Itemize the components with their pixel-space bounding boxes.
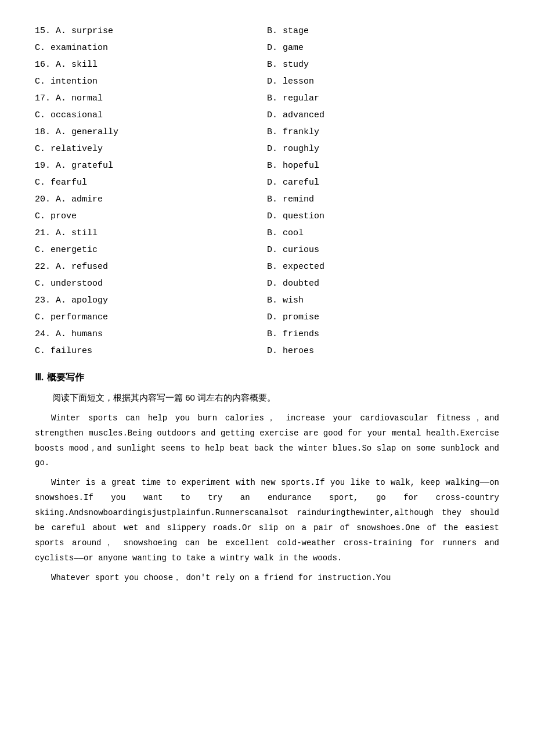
q22-left: 22. A. refused: [35, 259, 267, 275]
q24-optA: A. humans: [56, 329, 103, 339]
q24-optB: B. friends: [267, 329, 319, 339]
q20-right-cd: D. question: [267, 208, 499, 224]
q15-optA: A. surprise: [56, 26, 113, 36]
q23-left: 23. A. apology: [35, 293, 267, 308]
q17-left: 17. A. normal: [35, 91, 267, 106]
q22-optA: A. refused: [56, 262, 108, 272]
q24-left: 24. A. humans: [35, 326, 267, 342]
q18-right-cd: D. roughly: [267, 141, 499, 157]
q24-left-cd: C. failures: [35, 343, 267, 359]
q18-left-cd: C. relatively: [35, 141, 267, 157]
q15-left-cd: C. examination: [35, 40, 267, 56]
q21-right-cd: D. curious: [267, 242, 499, 258]
q21-optA: A. still: [56, 228, 98, 238]
q21-right: B. cool: [267, 225, 499, 241]
q17-optC: C. occasional: [35, 110, 103, 120]
question-row-24-cd: C. failures D. heroes: [35, 343, 499, 359]
q23-optD: D. promise: [267, 312, 319, 322]
section3-title: Ⅲ. 概要写作: [35, 369, 499, 386]
q19-optB: B. hopeful: [267, 161, 319, 171]
q22-optB: B. expected: [267, 262, 324, 272]
q18-optB: B. frankly: [267, 127, 319, 137]
q21-left-cd: C. energetic: [35, 242, 267, 258]
q15-number: 15.: [35, 26, 50, 36]
q15-optC: C. examination: [35, 43, 108, 53]
q17-optD: D. advanced: [267, 110, 324, 120]
q19-left: 19. A. grateful: [35, 158, 267, 174]
q17-right: B. regular: [267, 91, 499, 106]
question-row-23: 23. A. apology B. wish: [35, 293, 499, 308]
q17-optA: A. normal: [56, 93, 103, 103]
q23-optC: C. performance: [35, 312, 108, 322]
q22-optC: C. understood: [35, 279, 103, 289]
q21-optC: C. energetic: [35, 245, 98, 255]
q22-left-cd: C. understood: [35, 276, 267, 291]
question-row-15-cd: C. examination D. game: [35, 40, 499, 56]
q23-right: B. wish: [267, 293, 499, 308]
q23-number: 23.: [35, 296, 50, 305]
q19-optA: A. grateful: [56, 161, 113, 171]
q19-optC: C. fearful: [35, 178, 87, 188]
passage-paragraph-3: Whatever sport you choose， don't rely on…: [35, 571, 499, 586]
question-row-20-cd: C. prove D. question: [35, 208, 499, 224]
section3-instruction: 阅读下面短文，根据其内容写一篇 60 词左右的内容概要。: [52, 390, 499, 405]
section3-title-text: 概要写作: [47, 372, 84, 382]
q21-number: 21.: [35, 228, 50, 238]
q15-optB: B. stage: [267, 26, 309, 36]
q16-left: 16. A. skill: [35, 57, 267, 73]
q18-optD: D. roughly: [267, 144, 319, 154]
q16-number: 16.: [35, 60, 50, 70]
q16-right-cd: D. lesson: [267, 74, 499, 89]
question-row-19-cd: C. fearful D. careful: [35, 175, 499, 190]
q15-left: 15. A. surprise: [35, 23, 267, 39]
q20-left: 20. A. admire: [35, 192, 267, 207]
q16-optD: D. lesson: [267, 77, 314, 87]
q20-right: B. remind: [267, 192, 499, 207]
q18-number: 18.: [35, 127, 50, 137]
roman-numeral: Ⅲ.: [35, 372, 44, 382]
q23-right-cd: D. promise: [267, 309, 499, 325]
q22-right: B. expected: [267, 259, 499, 275]
question-row-18: 18. A. generally B. frankly: [35, 124, 499, 140]
q24-number: 24.: [35, 329, 50, 339]
q23-optA: A. apology: [56, 296, 108, 305]
questions-container: 15. A. surprise B. stage C. examination …: [35, 23, 499, 359]
question-row-21-cd: C. energetic D. curious: [35, 242, 499, 258]
q22-optD: D. doubted: [267, 279, 319, 289]
q19-optD: D. careful: [267, 178, 319, 188]
question-row-17-cd: C. occasional D. advanced: [35, 107, 499, 123]
q20-optA: A. admire: [56, 195, 103, 204]
q16-left-cd: C. intention: [35, 74, 267, 89]
q17-right-cd: D. advanced: [267, 107, 499, 123]
q15-right-cd: D. game: [267, 40, 499, 56]
question-row-24: 24. A. humans B. friends: [35, 326, 499, 342]
q21-optD: D. curious: [267, 245, 319, 255]
q16-optC: C. intention: [35, 77, 98, 87]
section3-container: Ⅲ. 概要写作 阅读下面短文，根据其内容写一篇 60 词左右的内容概要。 Win…: [35, 369, 499, 586]
question-row-16-cd: C. intention D. lesson: [35, 74, 499, 89]
q20-optB: B. remind: [267, 195, 314, 204]
question-row-18-cd: C. relatively D. roughly: [35, 141, 499, 157]
q21-left: 21. A. still: [35, 225, 267, 241]
q19-left-cd: C. fearful: [35, 175, 267, 190]
q16-right: B. study: [267, 57, 499, 73]
q20-left-cd: C. prove: [35, 208, 267, 224]
q15-optD: D. game: [267, 43, 304, 53]
passage-paragraph-1: Winter sports can help you burn calories…: [35, 411, 499, 471]
question-row-20: 20. A. admire B. remind: [35, 192, 499, 207]
question-row-19: 19. A. grateful B. hopeful: [35, 158, 499, 174]
q17-optB: B. regular: [267, 93, 319, 103]
q18-optA: A. generally: [56, 127, 118, 137]
q24-optD: D. heroes: [267, 346, 314, 356]
q20-number: 20.: [35, 195, 50, 204]
q18-left: 18. A. generally: [35, 124, 267, 140]
q19-number: 19.: [35, 161, 50, 171]
q16-optA: A. skill: [56, 60, 98, 70]
q20-optD: D. question: [267, 211, 324, 221]
q22-number: 22.: [35, 262, 50, 272]
q24-right: B. friends: [267, 326, 499, 342]
q17-left-cd: C. occasional: [35, 107, 267, 123]
q19-right-cd: D. careful: [267, 175, 499, 190]
question-row-21: 21. A. still B. cool: [35, 225, 499, 241]
q20-optC: C. prove: [35, 211, 77, 221]
